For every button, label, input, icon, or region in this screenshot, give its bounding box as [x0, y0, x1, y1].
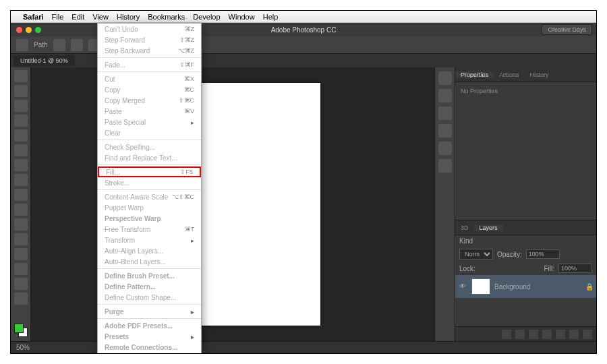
zoom-button[interactable]	[35, 27, 41, 33]
gradient-tool-icon[interactable]	[14, 204, 28, 216]
menu-item-step-forward: Step Forward⇧⌘Z	[98, 34, 201, 45]
menu-window[interactable]: Window	[229, 13, 255, 21]
menu-edit[interactable]: Edit	[71, 13, 84, 21]
menu-bookmarks[interactable]: Bookmarks	[148, 13, 185, 21]
menu-item-fill[interactable]: Fill...⇧F5	[98, 166, 201, 177]
menu-file[interactable]: File	[52, 13, 64, 21]
adjustments-panel-icon[interactable]	[438, 107, 452, 120]
crop-tool-icon[interactable]	[14, 129, 28, 142]
kind-label: Kind	[459, 237, 473, 245]
tab-3d[interactable]: 3D	[455, 224, 474, 231]
adjustment-icon[interactable]	[542, 330, 552, 339]
menu-item-transform: Transform	[98, 235, 201, 245]
menu-item-presets[interactable]: Presets	[98, 331, 201, 342]
app-title: Adobe Photoshop CC	[271, 26, 337, 34]
path-label: Path	[34, 41, 48, 49]
move-tool-icon[interactable]	[14, 70, 28, 82]
eyedropper-tool-icon[interactable]	[14, 144, 28, 156]
layer-row[interactable]: 👁 Background 🔒	[455, 275, 596, 298]
layer-thumbnail[interactable]	[471, 278, 490, 295]
workspace-switcher[interactable]: Creative Days	[542, 24, 592, 35]
menu-item-paste-special[interactable]: Paste Special	[98, 117, 201, 127]
tab-actions[interactable]: Actions	[494, 71, 525, 78]
layers-panel: 3D Layers Kind Normal Opacity: Lock: Fil…	[455, 220, 596, 341]
menu-item-remote-connections[interactable]: Remote Connections...	[98, 342, 201, 353]
menu-history[interactable]: History	[117, 13, 140, 21]
channels-panel-icon[interactable]	[438, 142, 452, 155]
blend-row: Normal Opacity:	[455, 247, 596, 262]
menu-item-copy: Copy⌘C	[98, 84, 201, 95]
stamp-tool-icon[interactable]	[14, 174, 28, 186]
menu-item-auto-align-layers: Auto-Align Layers...	[98, 245, 201, 256]
mask-icon[interactable]	[529, 330, 538, 339]
pen-tool-icon[interactable]	[14, 218, 28, 231]
menu-item-step-backward[interactable]: Step Backward⌥⌘Z	[98, 45, 201, 56]
menu-item-adobe-pdf-presets[interactable]: Adobe PDF Presets...	[98, 320, 201, 331]
lock-row: Lock: Fill:	[455, 262, 596, 275]
menu-item-copy-merged: Copy Merged⇧⌘C	[98, 95, 201, 106]
zoom-tool-icon[interactable]	[14, 293, 28, 305]
option-icon[interactable]	[53, 39, 65, 51]
menu-item-define-brush-preset[interactable]: Define Brush Preset...	[98, 270, 201, 281]
menu-item-puppet-warp: Puppet Warp	[98, 202, 201, 213]
styles-panel-icon[interactable]	[438, 124, 452, 138]
opacity-input[interactable]	[526, 249, 560, 259]
menu-develop[interactable]: Develop	[193, 13, 220, 21]
fx-icon[interactable]	[515, 330, 525, 339]
layers-footer	[455, 326, 596, 341]
properties-body: No Properties	[455, 82, 596, 220]
document-tab[interactable]: Untitled-1 @ 50%	[13, 55, 75, 66]
right-panels: Properties Actions History No Properties…	[455, 67, 596, 341]
layer-name: Background	[494, 283, 530, 291]
brush-tool-icon[interactable]	[14, 159, 28, 171]
menu-view[interactable]: View	[92, 13, 109, 21]
menu-item-content-aware-scale: Content-Aware Scale⌥⇧⌘C	[98, 191, 201, 202]
foreground-color[interactable]	[14, 324, 24, 333]
group-icon[interactable]	[556, 330, 565, 339]
menu-help[interactable]: Help	[263, 13, 279, 21]
trash-icon[interactable]	[583, 330, 592, 339]
menu-item-paste[interactable]: Paste⌘V	[98, 106, 201, 117]
layer-filter-row: Kind	[455, 235, 596, 247]
option-icon[interactable]	[71, 39, 83, 51]
minimize-button[interactable]	[26, 27, 32, 33]
close-button[interactable]	[16, 27, 22, 33]
color-panel-icon[interactable]	[438, 71, 452, 85]
tab-history[interactable]: History	[525, 71, 554, 78]
menu-item-perspective-warp[interactable]: Perspective Warp	[98, 213, 201, 224]
link-layers-icon[interactable]	[502, 330, 511, 339]
tool-preset-icon[interactable]	[16, 39, 28, 51]
menu-item-define-pattern[interactable]: Define Pattern...	[98, 281, 201, 292]
swatches-panel-icon[interactable]	[438, 89, 452, 102]
marquee-tool-icon[interactable]	[14, 85, 28, 97]
wand-tool-icon[interactable]	[14, 115, 28, 127]
lock-label: Lock:	[459, 265, 475, 272]
menu-item-find-and-replace-text: Find and Replace Text...	[98, 152, 201, 163]
tab-properties[interactable]: Properties	[455, 71, 494, 78]
menu-item-purge[interactable]: Purge	[98, 306, 201, 317]
shape-tool-icon[interactable]	[14, 263, 28, 275]
color-swatch[interactable]	[14, 324, 28, 337]
menu-item-clear: Clear	[98, 127, 201, 138]
visibility-icon[interactable]: 👁	[459, 282, 467, 291]
blend-mode-select[interactable]: Normal	[459, 249, 493, 260]
eraser-tool-icon[interactable]	[14, 189, 28, 201]
opacity-label: Opacity:	[497, 251, 522, 258]
zoom-level: 50%	[16, 344, 30, 351]
hand-tool-icon[interactable]	[14, 278, 28, 290]
lasso-tool-icon[interactable]	[14, 100, 28, 112]
macos-menubar: Safari File Edit View History Bookmarks …	[11, 11, 596, 23]
fill-input[interactable]	[558, 264, 592, 273]
menu-safari[interactable]: Safari	[23, 13, 44, 21]
path-tool-icon[interactable]	[14, 248, 28, 260]
new-layer-icon[interactable]	[569, 330, 579, 339]
menu-item-define-custom-shape: Define Custom Shape...	[98, 292, 201, 303]
type-tool-icon[interactable]	[14, 233, 28, 245]
menu-item-stroke: Stroke...	[98, 177, 201, 188]
paths-panel-icon[interactable]	[438, 159, 452, 173]
tab-layers[interactable]: Layers	[474, 224, 503, 231]
menu-item-can-t-undo: Can't Undo⌘Z	[98, 24, 201, 34]
collapsed-panels	[434, 67, 455, 341]
menu-item-check-spelling: Check Spelling...	[98, 142, 201, 152]
fill-label: Fill:	[544, 265, 554, 272]
